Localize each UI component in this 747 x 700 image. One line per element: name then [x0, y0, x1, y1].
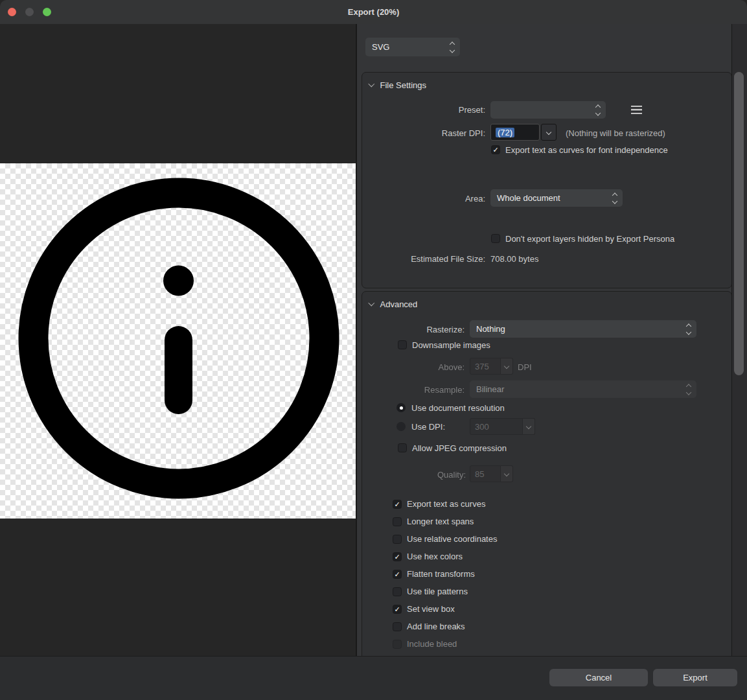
option-label[interactable]: Use relative coordinates — [407, 534, 497, 544]
raster-dpi-input[interactable]: (72) — [490, 124, 540, 141]
up-down-chevrons-icon — [687, 384, 691, 394]
allow-jpeg-checkbox[interactable] — [398, 443, 407, 452]
resample-dropdown[interactable]: Bilinear — [470, 380, 696, 398]
option-checkbox[interactable] — [393, 640, 402, 649]
resample-label: Resample: — [362, 385, 465, 395]
option-label[interactable]: Set view box — [407, 604, 455, 614]
quality-label: Quality: — [362, 470, 466, 480]
option-label[interactable]: Flatten transforms — [407, 569, 475, 579]
option-label[interactable]: Export text as curves — [407, 499, 485, 509]
option-label[interactable]: Longer text spans — [407, 517, 474, 526]
svg-options-list: ✓Export text as curvesLonger text spansU… — [362, 495, 731, 653]
above-label: Above: — [362, 362, 465, 372]
option-row: ✓Export text as curves — [362, 495, 731, 513]
option-checkbox[interactable]: ✓ — [393, 605, 402, 614]
export-dialog: Export (20%) SVG File Settings Preset: — [0, 0, 747, 700]
option-row: ✓Use hex colors — [362, 548, 731, 565]
rasterize-label: Rasterize: — [362, 325, 465, 334]
option-checkbox[interactable] — [393, 587, 402, 596]
area-dropdown-value: Whole document — [497, 193, 560, 203]
window-title: Export (20%) — [0, 0, 747, 24]
format-dropdown[interactable]: SVG — [365, 38, 460, 56]
use-dpi-input[interactable]: 300 — [470, 418, 523, 435]
preset-label: Preset: — [362, 105, 485, 115]
down-chevron-icon — [504, 471, 509, 476]
up-down-chevrons-icon — [687, 324, 691, 334]
preset-dropdown[interactable] — [490, 101, 606, 119]
scrollbar-thumb[interactable] — [734, 72, 744, 375]
above-dpi-unit: DPI — [518, 362, 532, 372]
option-row: Longer text spans — [362, 513, 731, 530]
area-label: Area: — [362, 194, 485, 204]
option-checkbox[interactable] — [393, 535, 402, 544]
export-button[interactable]: Export — [653, 669, 737, 686]
area-dropdown[interactable]: Whole document — [490, 189, 623, 207]
use-dpi-label[interactable]: Use DPI: — [411, 422, 445, 432]
downsample-checkbox[interactable] — [398, 340, 407, 349]
option-row: ✓Flatten transforms — [362, 565, 731, 583]
option-label[interactable]: Include bleed — [407, 639, 457, 649]
down-chevron-icon — [526, 424, 531, 429]
above-dpi-combo: 375 — [470, 358, 513, 375]
file-settings-title: File Settings — [380, 80, 427, 90]
option-checkbox[interactable]: ✓ — [393, 570, 402, 579]
estimated-size-value: 708.00 bytes — [490, 254, 538, 264]
advanced-header[interactable]: Advanced — [369, 299, 417, 309]
use-dpi-dropdown-button[interactable] — [523, 418, 535, 435]
chevron-down-icon — [369, 300, 374, 306]
raster-dpi-combo: (72) — [490, 124, 557, 141]
advanced-title: Advanced — [380, 299, 418, 309]
chevron-down-icon — [369, 81, 374, 87]
preset-menu-icon[interactable] — [631, 106, 642, 114]
raster-dpi-note: (Nothing will be rasterized) — [566, 128, 665, 138]
quality-input[interactable]: 85 — [470, 465, 501, 482]
dont-export-hidden-checkbox[interactable] — [491, 234, 500, 243]
titlebar[interactable]: Export (20%) — [0, 0, 747, 24]
option-row: Use tile patterns — [362, 583, 731, 600]
above-dpi-input[interactable]: 375 — [470, 358, 501, 375]
raster-dpi-dropdown-button[interactable] — [541, 124, 557, 141]
use-dpi-combo: 300 — [470, 418, 535, 435]
use-document-resolution-label[interactable]: Use document resolution — [411, 403, 505, 413]
allow-jpeg-label[interactable]: Allow JPEG compression — [412, 443, 507, 453]
file-settings-section: File Settings Preset: Raster DPI: (72) (… — [362, 72, 732, 288]
up-down-chevrons-icon — [596, 105, 600, 115]
cancel-button[interactable]: Cancel — [549, 669, 648, 686]
down-chevron-icon — [546, 130, 551, 135]
option-row: Use relative coordinates — [362, 530, 731, 548]
settings-panel: SVG File Settings Preset: Raster DPI: (7… — [357, 24, 747, 656]
option-checkbox[interactable]: ✓ — [393, 500, 402, 509]
info-circle-artwork — [0, 163, 356, 519]
option-label[interactable]: Add line breaks — [407, 622, 465, 631]
quality-combo: 85 — [470, 465, 513, 482]
option-row: ✓Set view box — [362, 600, 731, 618]
option-label[interactable]: Use hex colors — [407, 552, 463, 561]
raster-dpi-label: Raster DPI: — [362, 128, 485, 138]
advanced-section: Advanced Rasterize: Nothing Downsample i… — [362, 291, 732, 656]
use-dpi-radio[interactable] — [396, 422, 406, 431]
option-label[interactable]: Use tile patterns — [407, 587, 468, 596]
option-row: Include bleed — [362, 635, 731, 653]
estimated-size-label: Estimated File Size: — [362, 254, 485, 264]
rasterize-dropdown[interactable]: Nothing — [470, 320, 696, 338]
raster-dpi-selected-text: (72) — [496, 128, 514, 137]
option-checkbox[interactable]: ✓ — [393, 552, 402, 561]
export-text-curves-checkbox[interactable]: ✓ — [491, 145, 500, 154]
format-dropdown-value: SVG — [372, 42, 389, 52]
option-row: Add line breaks — [362, 618, 731, 635]
dont-export-hidden-label[interactable]: Don't export layers hidden by Export Per… — [505, 234, 674, 244]
above-dpi-dropdown-button[interactable] — [501, 358, 513, 375]
footer-bar: Cancel Export — [0, 656, 747, 700]
export-text-curves-label[interactable]: Export text as curves for font independe… — [505, 145, 668, 155]
option-checkbox[interactable] — [393, 622, 402, 631]
file-settings-header[interactable]: File Settings — [369, 80, 426, 90]
resample-dropdown-value: Bilinear — [476, 384, 504, 394]
quality-dropdown-button[interactable] — [501, 465, 513, 482]
option-checkbox[interactable] — [393, 517, 402, 526]
up-down-chevrons-icon — [613, 193, 617, 203]
downsample-label[interactable]: Downsample images — [412, 340, 490, 350]
down-chevron-icon — [504, 364, 509, 369]
use-document-resolution-radio[interactable] — [396, 403, 406, 412]
export-preview-pane[interactable] — [0, 24, 356, 656]
up-down-chevrons-icon — [450, 42, 454, 52]
